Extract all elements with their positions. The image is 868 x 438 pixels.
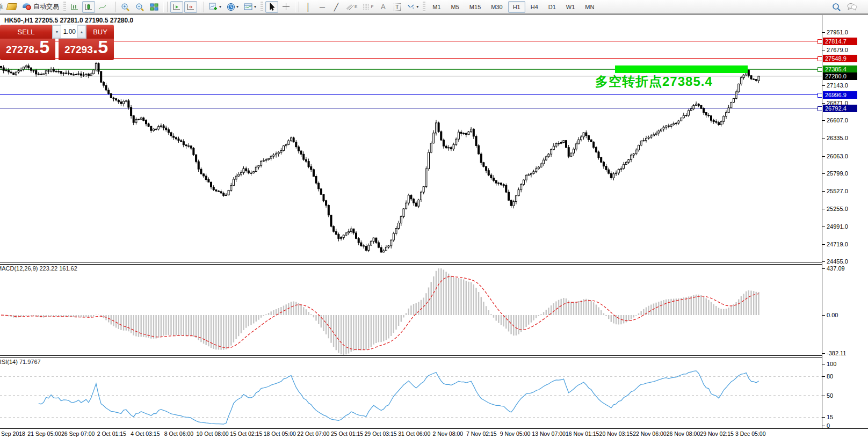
sell-price[interactable]: 27278 .5 (0, 39, 55, 60)
price-tick: 27679.0 (827, 47, 848, 53)
timeframe-m1[interactable]: M1 (428, 1, 445, 13)
time-tick: 10 Oct 08:00 (197, 430, 229, 437)
cursor-icon[interactable] (265, 1, 278, 13)
price-level-label: 26792.4 (823, 105, 857, 112)
volume-increase-button[interactable]: ▲ (77, 25, 86, 38)
chart-shift-icon[interactable] (184, 1, 197, 13)
time-tick: 26 Sep 07:00 (61, 430, 95, 437)
price-level-label: 27548.9 (823, 55, 857, 62)
price-tick: 27951.0 (827, 29, 848, 35)
trendline-icon[interactable]: ╱ (330, 1, 343, 13)
candlestick-chart-icon[interactable] (82, 1, 95, 13)
time-tick: 2 Oct 01:15 (97, 430, 126, 437)
dropdown-arrow: ▾ (219, 4, 221, 9)
time-tick: 31 Oct 06:00 (398, 430, 430, 437)
time-tick: 16 Nov 01:15 (566, 430, 599, 437)
zoom-out-icon[interactable] (133, 1, 147, 13)
time-tick: 22 Nov 06:00 (633, 430, 666, 437)
highlight-rectangle[interactable] (615, 65, 748, 73)
time-tick: 3 Dec 05:00 (735, 430, 766, 437)
arrows-button[interactable]: ▾ (404, 1, 421, 13)
time-tick: 18 Oct 05:00 (264, 430, 296, 437)
vline-icon[interactable]: │ (302, 1, 315, 13)
price-tick: 26607.0 (827, 117, 848, 123)
time-tick: Sep 2018 (1, 430, 25, 437)
price-axis[interactable]: 27951.027679.027143.026871.026607.026335… (822, 15, 868, 428)
time-tick: 13 Nov 07:00 (532, 430, 565, 437)
line-chart-icon[interactable] (96, 1, 109, 13)
toolbar-grip[interactable] (63, 2, 66, 12)
templates-button[interactable]: ▾ (242, 1, 258, 13)
autotrading-button[interactable]: 自动交易 (20, 1, 61, 13)
time-tick: 15 Oct 02:15 (230, 430, 262, 437)
volume-decrease-button[interactable]: ▼ (53, 25, 61, 38)
price-tick: 26335.0 (827, 135, 848, 141)
timeframe-group: M1M5M15M30H1H4D1W1MN (428, 1, 599, 13)
tile-windows-icon[interactable] (148, 1, 161, 13)
time-tick: 9 Nov 05:00 (500, 430, 531, 437)
bar-chart-icon[interactable] (68, 1, 81, 13)
hline-icon[interactable]: ─ (316, 1, 329, 13)
price-tick: 100 (827, 361, 836, 367)
price-tick: 25527.0 (827, 188, 848, 194)
autotrading-label: 自动交易 (33, 2, 59, 11)
price-tick: 15 (827, 414, 833, 420)
chart-title: HK50-,H1 27205.5 27281.0 27190.5 27280.0 (4, 17, 133, 24)
timeframe-mn[interactable]: MN (580, 1, 599, 13)
price-tick: 24455.0 (827, 258, 848, 265)
buy-price[interactable]: 27293 .5 (59, 39, 114, 60)
price-chart-canvas[interactable] (0, 15, 868, 438)
time-tick: 4 Oct 03:15 (131, 430, 160, 437)
price-tick: 25799.0 (827, 170, 848, 177)
chat-icon[interactable] (844, 1, 859, 13)
new-order-icon[interactable]: 单 (0, 3, 4, 11)
search-icon[interactable] (830, 1, 843, 13)
time-tick: 8 Oct 06:00 (164, 430, 193, 437)
indicators-button[interactable]: ▾ (207, 1, 223, 13)
toolbar: 单 自动交易 ▾ ▾ ▾ │ ─ ╱ E (0, 0, 868, 14)
mt4-terminal: { "toolbar": { "autotrading_label": "自动交… (0, 0, 868, 438)
equidistant-channel-icon[interactable]: E (344, 1, 359, 13)
price-tick: 24991.0 (827, 223, 848, 230)
timeframe-m15[interactable]: M15 (465, 1, 486, 13)
price-tick: 26063.0 (827, 153, 848, 159)
crosshair-icon[interactable] (279, 1, 292, 13)
rsi-pane-splitter[interactable] (0, 355, 822, 358)
auto-scroll-icon[interactable] (170, 1, 183, 13)
timeframe-d1[interactable]: D1 (544, 1, 561, 13)
turning-point-annotation[interactable]: 多空转折点27385.4 (595, 73, 713, 90)
price-tick: 80 (827, 373, 833, 379)
rsi-label: RSI(14) 71.9767 (0, 359, 41, 365)
time-axis[interactable]: Sep 201821 Sep 05:0026 Sep 07:002 Oct 01… (0, 428, 868, 438)
macd-label: MACD(12,26,9) 223.22 161.62 (0, 265, 77, 272)
volume-value[interactable]: 1.00 (61, 25, 77, 38)
time-tick: 22 Oct 07:00 (297, 430, 329, 437)
chart-window[interactable]: HK50-,H1 27205.5 27281.0 27190.5 27280.0… (0, 15, 868, 438)
price-tick: 25255.0 (827, 206, 848, 212)
time-tick: 21 Sep 05:00 (27, 430, 61, 437)
text-icon[interactable]: A (377, 1, 389, 13)
time-tick: 29 Oct 03:15 (365, 430, 397, 437)
autotrading-icon (22, 3, 31, 10)
periods-button[interactable]: ▾ (225, 1, 241, 13)
text-label-icon[interactable]: T (390, 1, 403, 13)
timeframe-w1[interactable]: W1 (561, 1, 580, 13)
timeframe-h4[interactable]: H4 (526, 1, 543, 13)
price-tick: 24719.0 (827, 241, 848, 247)
price-tick: -382.11 (827, 350, 847, 356)
price-level-label: 26996.9 (823, 91, 857, 99)
volume-stepper: ▼ 1.00 ▲ (52, 25, 86, 39)
time-tick: 29 Nov 02:15 (700, 430, 733, 437)
time-tick: 7 Nov 02:15 (466, 430, 497, 437)
gold-symbol-icon[interactable] (5, 1, 19, 13)
price-tick: 27143.0 (827, 82, 848, 89)
fibonacci-icon[interactable]: F (360, 1, 375, 13)
timeframe-h1[interactable]: H1 (508, 1, 525, 13)
one-click-trading-panel: SELL ▼ 1.00 ▲ BUY 27278 .5 27293 .5 (0, 25, 114, 60)
timeframe-m5[interactable]: M5 (446, 1, 464, 13)
zoom-in-icon[interactable] (119, 1, 132, 13)
macd-pane-splitter[interactable] (0, 262, 822, 265)
time-tick: 2 Nov 08:00 (432, 430, 463, 437)
price-tick: 437.09 (827, 265, 845, 272)
timeframe-m30[interactable]: M30 (486, 1, 507, 13)
